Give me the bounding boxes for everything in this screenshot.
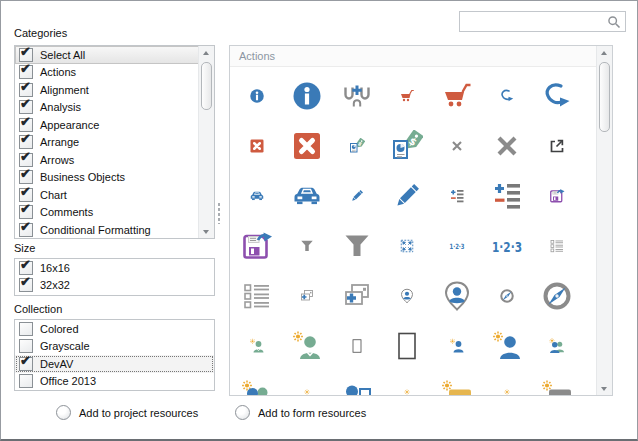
expand-icon[interactable] [382,221,432,271]
scroll-up-button[interactable] [597,46,612,60]
add-remove-items-icon[interactable] [482,171,532,221]
filter-icon[interactable] [282,221,332,271]
new-badge-gray-icon[interactable] [532,371,582,395]
numbering-icon[interactable]: 1·2·3 [482,221,532,271]
checkbox[interactable] [19,205,33,219]
checkbox[interactable] [19,135,33,149]
checkbox[interactable] [19,48,33,62]
new-employee-green-icon[interactable] [282,321,332,371]
checkbox[interactable] [19,65,33,79]
car-icon[interactable] [232,171,282,221]
category-item-conditional-formatting[interactable]: Conditional Formatting [15,221,199,239]
checkbox[interactable] [19,357,33,371]
id-card-person-icon[interactable] [332,371,382,395]
collection-list[interactable]: Colored Grayscale DevAV Office 2013 [14,319,215,391]
checkbox[interactable] [19,278,33,292]
scroll-thumb[interactable] [201,62,212,110]
sparkle-icon[interactable] [482,371,532,395]
collection-item-devav[interactable]: DevAV [15,355,214,373]
checkbox[interactable] [19,153,33,167]
search-box[interactable] [459,11,626,32]
blank-form-icon[interactable] [332,321,382,371]
insert-between-icon[interactable] [332,71,382,121]
delete-icon[interactable] [232,121,282,171]
scroll-up-button[interactable] [199,46,214,60]
add-to-form-radio[interactable] [235,405,250,420]
categories-list[interactable]: Select All Actions Alignment Analysis Ap… [14,45,215,239]
person-pin-icon[interactable] [382,271,432,321]
checkbox[interactable] [19,170,33,184]
checkbox[interactable] [19,322,33,336]
category-item-select-all[interactable]: Select All [15,46,199,64]
add-remove-items-icon[interactable] [432,171,482,221]
new-employee-blue-icon[interactable] [482,321,532,371]
search-input[interactable] [460,13,607,30]
collection-item-office-2013[interactable]: Office 2013 [15,373,214,391]
splitter-grip[interactable] [217,202,221,224]
category-item-chart[interactable]: Chart [15,186,199,204]
new-badge-yellow-icon[interactable] [432,371,482,395]
save-export-icon[interactable] [232,221,282,271]
shopping-cart-icon[interactable] [432,71,482,121]
new-team-icon[interactable] [532,321,582,371]
blank-form-icon[interactable] [382,321,432,371]
redo-arrow-icon[interactable] [482,71,532,121]
price-tag-icon[interactable]: $ [332,121,382,171]
category-item-arrange[interactable]: Arrange [15,134,199,152]
open-external-icon[interactable] [532,121,582,171]
close-icon[interactable] [432,121,482,171]
close-icon[interactable] [482,121,532,171]
checkbox[interactable] [19,339,33,353]
categories-scrollbar[interactable] [198,46,214,238]
compass-icon[interactable] [482,271,532,321]
checkbox[interactable] [19,100,33,114]
compass-icon[interactable] [532,271,582,321]
edit-pencil-icon[interactable] [382,171,432,221]
add-cards-icon[interactable] [332,271,382,321]
new-team-icon[interactable] [232,371,282,395]
car-icon[interactable] [282,171,332,221]
person-pin-icon[interactable] [432,271,482,321]
filter-icon[interactable] [332,221,382,271]
sparkle-icon[interactable] [282,371,332,395]
shopping-cart-icon[interactable] [382,71,432,121]
checkbox[interactable] [19,188,33,202]
collection-item-colored[interactable]: Colored [15,320,214,338]
size-list[interactable]: 16x16 32x32 [14,258,215,296]
delete-icon[interactable] [282,121,332,171]
category-item-analysis[interactable]: Analysis [15,99,199,117]
item-list-icon[interactable] [532,221,582,271]
add-to-project-radio[interactable] [56,405,71,420]
item-list-icon[interactable] [232,271,282,321]
new-employee-blue-icon[interactable] [432,321,482,371]
category-item-arrows[interactable]: Arrows [15,151,199,169]
checkbox[interactable] [19,223,33,237]
checkbox[interactable] [19,261,33,275]
add-to-project-option[interactable]: Add to project resources [56,405,198,420]
numbering-icon[interactable]: 1·2·3 [432,221,482,271]
checkbox[interactable] [19,374,33,388]
new-employee-green-icon[interactable] [232,321,282,371]
add-cards-icon[interactable] [282,271,332,321]
category-item-business-objects[interactable]: Business Objects [15,169,199,187]
collection-item-grayscale[interactable]: Grayscale [15,338,214,356]
price-tag-icon[interactable]: $ [382,121,432,171]
info-icon[interactable] [282,71,332,121]
sparkle-icon[interactable] [382,371,432,395]
search-icon[interactable] [607,15,621,29]
icons-scrollbar[interactable] [596,46,612,395]
scroll-down-button[interactable] [199,224,214,238]
category-item-appearance[interactable]: Appearance [15,116,199,134]
info-icon[interactable] [232,71,282,121]
redo-arrow-icon[interactable] [532,71,582,121]
add-to-form-option[interactable]: Add to form resources [235,405,366,420]
save-export-icon[interactable] [532,171,582,221]
size-item-16x16[interactable]: 16x16 [15,259,214,277]
size-item-32x32[interactable]: 32x32 [15,277,214,295]
scroll-down-button[interactable] [597,381,612,395]
category-item-alignment[interactable]: Alignment [15,81,199,99]
scroll-thumb[interactable] [599,62,610,132]
checkbox[interactable] [19,83,33,97]
checkbox[interactable] [19,118,33,132]
edit-pencil-icon[interactable] [332,171,382,221]
